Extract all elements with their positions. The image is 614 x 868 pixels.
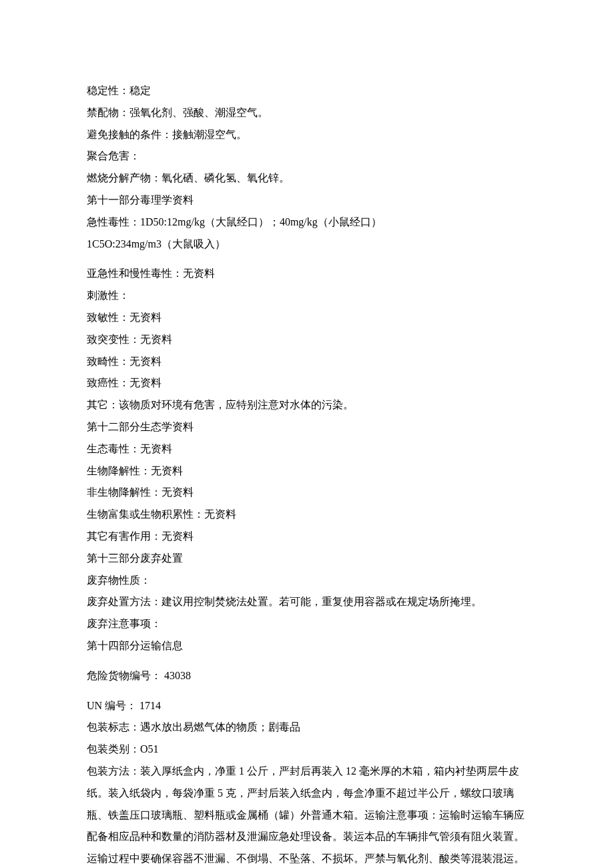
text-line: 急性毒性：1D50:12mg/kg（大鼠经口）；40mg/kg（小鼠经口） [87,211,527,234]
text-line: 致癌性：无资料 [87,372,527,394]
text-line: 非生物降解性：无资料 [87,482,527,504]
text-line: 禁配物：强氧化剂、强酸、潮湿空气。 [87,102,527,124]
section-heading: 第十三部分废弃处置 [87,548,527,570]
text-line: 废弃处置方法：建议用控制焚烧法处置。若可能，重复使用容器或在规定场所掩埋。 [87,591,527,613]
text-line: 其它有害作用：无资料 [87,526,527,548]
text-line: 燃烧分解产物：氧化硒、磷化氢、氧化锌。 [87,167,527,189]
text-line: 包装类别：O51 [87,739,527,761]
text-line: 包装标志：遇水放出易燃气体的物质；剧毒品 [87,717,527,739]
text-line: 生态毒性：无资料 [87,438,527,460]
text-line: 稳定性：稳定 [87,80,527,102]
section-heading: 第十四部分运输信息 [87,635,527,657]
text-line: 避免接触的条件：接触潮湿空气。 [87,124,527,146]
section-heading: 第十一部分毒理学资料 [87,189,527,211]
text-line: 危险货物编号： 43038 [87,665,527,687]
text-line: 生物降解性：无资料 [87,460,527,482]
document-page: 稳定性：稳定 禁配物：强氧化剂、强酸、潮湿空气。 避免接触的条件：接触潮湿空气。… [0,0,614,868]
text-line: 刺激性： [87,285,527,307]
text-line: 聚合危害： [87,145,527,167]
section-heading: 第十二部分生态学资料 [87,416,527,438]
text-line: 包装方法：装入厚纸盒内，净重 1 公斤，严封后再装入 12 毫米厚的木箱，箱内衬… [87,761,527,868]
text-line: 其它：该物质对环境有危害，应特别注意对水体的污染。 [87,394,527,416]
text-line: 废弃注意事项： [87,613,527,635]
text-line: 致畸性：无资料 [87,351,527,373]
text-line: 致突变性：无资料 [87,329,527,351]
text-line: 致敏性：无资料 [87,307,527,329]
text-line: 废弃物性质： [87,570,527,592]
text-line: 亚急性和慢性毒性：无资料 [87,263,527,285]
text-line: UN 编号： 1714 [87,695,527,717]
text-line: 1C5O:234mg/m3（大鼠吸入） [87,234,527,256]
text-line: 生物富集或生物积累性：无资料 [87,504,527,526]
